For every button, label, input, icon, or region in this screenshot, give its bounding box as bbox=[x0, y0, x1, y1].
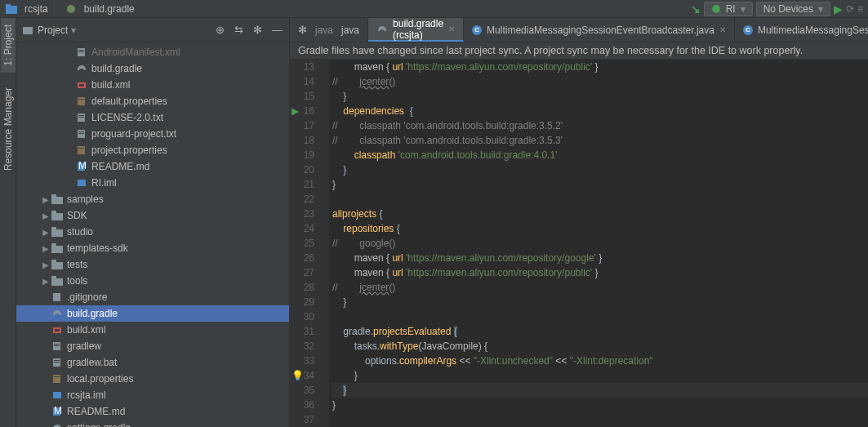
file-icon bbox=[51, 276, 64, 286]
svg-rect-23 bbox=[51, 197, 63, 204]
tree-file[interactable]: AndroidManifest.xml bbox=[16, 44, 289, 60]
collapse-icon[interactable]: ⇆ bbox=[234, 24, 243, 36]
file-icon bbox=[51, 390, 64, 400]
tab-resource-manager[interactable]: Resource Manager bbox=[1, 81, 16, 177]
expand-arrow-icon[interactable]: ▶ bbox=[41, 244, 51, 253]
svg-rect-29 bbox=[51, 246, 63, 253]
close-tab-icon[interactable]: ✕ bbox=[719, 25, 726, 34]
hide-icon[interactable]: — bbox=[272, 24, 283, 36]
tree-item-label: default.properties bbox=[91, 96, 167, 107]
device-selector[interactable]: No Devices ▾ bbox=[756, 2, 830, 16]
tree-item-label: project.properties bbox=[91, 145, 167, 156]
svg-rect-19 bbox=[78, 148, 84, 149]
tree-file[interactable]: build.gradle bbox=[16, 60, 289, 77]
tree-item-label: proguard-project.txt bbox=[91, 128, 176, 140]
chevron-down-icon: ▾ bbox=[818, 3, 823, 15]
locate-icon[interactable]: ⊕ bbox=[216, 24, 225, 36]
breadcrumb-root[interactable]: rcsjta bbox=[24, 3, 48, 15]
svg-text:M: M bbox=[54, 407, 62, 416]
file-icon bbox=[51, 292, 64, 302]
profile-button[interactable]: ≡ bbox=[857, 3, 863, 15]
tree-file[interactable]: settings.gradle bbox=[16, 420, 289, 427]
tree-item-label: SDK bbox=[67, 210, 87, 221]
svg-rect-17 bbox=[78, 133, 84, 134]
editor-tab[interactable]: CMultimediaMessagingSessionLi bbox=[735, 18, 868, 42]
file-icon bbox=[75, 145, 88, 155]
tab-label: MultimediaMessagingSessionLi bbox=[758, 24, 868, 36]
tree-file[interactable]: project.properties bbox=[16, 142, 289, 158]
svg-rect-0 bbox=[6, 6, 17, 14]
tree-item-label: gradlew bbox=[67, 340, 101, 352]
tree-folder[interactable]: ▶tools bbox=[16, 273, 289, 289]
project-tree[interactable]: AndroidManifest.xmlbuild.gradlebuild.xml… bbox=[16, 42, 289, 427]
chevron-down-icon[interactable]: ▾ bbox=[71, 24, 76, 36]
project-icon bbox=[23, 25, 34, 35]
tree-item-label: tools bbox=[67, 275, 87, 287]
code-editor[interactable]: 131415▶161718192021222324252627282930313… bbox=[290, 60, 868, 427]
expand-arrow-icon[interactable]: ▶ bbox=[41, 228, 51, 237]
svg-rect-10 bbox=[78, 97, 85, 105]
tree-item-label: samples bbox=[67, 193, 104, 205]
top-bar: rcsjta 〉 build.gradle ↘ RI ▾ No Devices … bbox=[0, 0, 868, 18]
line-gutter[interactable]: 131415▶161718192021222324252627282930313… bbox=[290, 60, 329, 427]
tree-file[interactable]: rcsjta.iml bbox=[16, 387, 289, 403]
svg-rect-32 bbox=[51, 260, 56, 262]
tree-file[interactable]: MREADME.md bbox=[16, 403, 289, 420]
tab-project[interactable]: 1: Project bbox=[1, 18, 16, 73]
tree-file[interactable]: gradlew.bat bbox=[16, 354, 289, 371]
file-icon bbox=[51, 211, 64, 220]
breadcrumb-sep-icon: 〉 bbox=[51, 2, 61, 16]
tree-file[interactable]: local.properties bbox=[16, 371, 289, 387]
tree-file[interactable]: default.properties bbox=[16, 93, 289, 109]
tree-item-label: gradlew.bat bbox=[67, 357, 117, 368]
tree-file[interactable]: build.xml bbox=[16, 322, 289, 338]
expand-arrow-icon[interactable]: ▶ bbox=[41, 260, 51, 269]
svg-rect-9 bbox=[79, 84, 84, 87]
breadcrumb-file[interactable]: build.gradle bbox=[84, 3, 135, 15]
svg-rect-16 bbox=[78, 131, 84, 132]
tree-item-label: README.md bbox=[91, 161, 149, 172]
tree-item-label: build.gradle bbox=[67, 308, 118, 319]
tree-file[interactable]: RI.iml bbox=[16, 175, 289, 191]
svg-rect-27 bbox=[51, 229, 63, 237]
tree-file[interactable]: .gitignore bbox=[16, 289, 289, 305]
tree-file[interactable]: gradlew bbox=[16, 338, 289, 354]
tree-folder[interactable]: ▶tests bbox=[16, 256, 289, 273]
file-icon bbox=[51, 309, 64, 318]
tree-file[interactable]: MREADME.md bbox=[16, 158, 289, 175]
expand-arrow-icon[interactable]: ▶ bbox=[41, 195, 51, 204]
class-icon: C bbox=[743, 25, 753, 35]
svg-rect-22 bbox=[78, 180, 86, 186]
sync-banner[interactable]: Gradle files have changed since last pro… bbox=[290, 42, 868, 60]
file-icon bbox=[51, 243, 64, 253]
svg-rect-37 bbox=[55, 329, 60, 331]
file-icon bbox=[75, 178, 88, 188]
tree-file[interactable]: build.xml bbox=[16, 77, 289, 93]
svg-rect-31 bbox=[51, 262, 63, 269]
tree-folder[interactable]: ▶SDK bbox=[16, 207, 289, 224]
toolbar-actions: ↘ RI ▾ No Devices ▾ ▶ ⟳ ≡ bbox=[691, 2, 863, 16]
close-tab-icon[interactable]: ✕ bbox=[448, 24, 455, 33]
settings-gear-icon[interactable]: ✻ bbox=[253, 24, 262, 36]
code-lines[interactable]: maven { url 'https://maven.aliyun.com/re… bbox=[329, 60, 868, 427]
expand-arrow-icon[interactable]: ▶ bbox=[41, 277, 51, 286]
tree-folder[interactable]: ▶templates-sdk bbox=[16, 240, 289, 256]
svg-rect-4 bbox=[23, 27, 33, 34]
tree-folder[interactable]: ▶studio bbox=[16, 224, 289, 240]
sync-gradle-icon[interactable]: ↘ bbox=[691, 2, 701, 16]
expand-arrow-icon[interactable]: ▶ bbox=[41, 211, 51, 220]
tree-folder[interactable]: ▶samples bbox=[16, 191, 289, 207]
tree-file[interactable]: LICENSE-2.0.txt bbox=[16, 109, 289, 126]
editor-tab[interactable]: CMultimediaMessagingSessionEventBroadcas… bbox=[464, 18, 735, 42]
tree-file[interactable]: proguard-project.txt bbox=[16, 126, 289, 142]
run-button[interactable]: ▶ bbox=[834, 2, 843, 16]
tree-item-label: local.properties bbox=[67, 373, 133, 385]
tree-file[interactable]: build.gradle bbox=[16, 305, 289, 322]
runconfig-selector[interactable]: RI ▾ bbox=[704, 2, 753, 16]
svg-rect-7 bbox=[78, 51, 84, 52]
editor-tab[interactable]: build.gradle (rcsjta)✕ bbox=[368, 18, 464, 42]
debug-button[interactable]: ⟳ bbox=[846, 3, 854, 15]
file-icon: M bbox=[75, 162, 88, 171]
gear-icon[interactable]: ✻ bbox=[298, 24, 307, 36]
project-dropdown[interactable]: Project bbox=[38, 24, 68, 36]
